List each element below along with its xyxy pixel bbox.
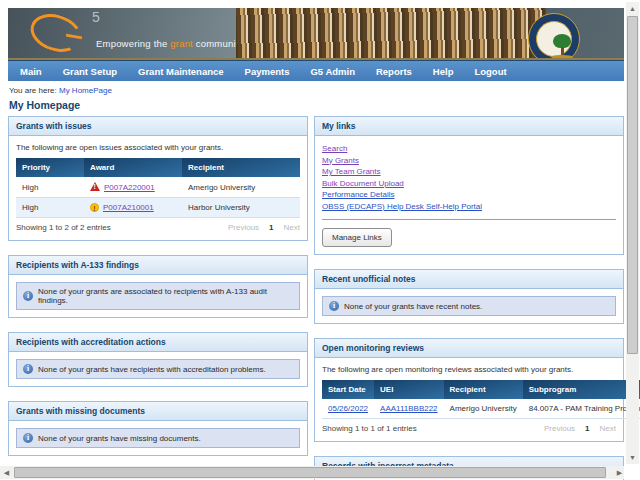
department-of-education-seal-icon bbox=[528, 13, 580, 60]
link-search[interactable]: Search bbox=[322, 143, 616, 155]
panel-my-links-body: Search My Grants My Team Grants Bulk Doc… bbox=[315, 136, 623, 254]
panel-a133-body: i None of your grants are associated to … bbox=[9, 275, 307, 317]
breadcrumb-home-link[interactable]: My HomePage bbox=[59, 86, 112, 95]
showing-entries-label: Showing 1 to 2 of 2 entries bbox=[16, 223, 111, 232]
start-date-cell: 05/26/2022 bbox=[322, 399, 374, 419]
nav-grant-maintenance[interactable]: Grant Maintenance bbox=[138, 66, 224, 77]
right-column: My links Search My Grants My Team Grants… bbox=[314, 116, 624, 480]
accreditation-message-text: None of your grants have recipients with… bbox=[38, 365, 266, 374]
link-obss-help-desk[interactable]: OBSS (EDCAPS) Help Desk Self-Help Portal bbox=[322, 201, 616, 213]
previous-button[interactable]: Previous bbox=[544, 424, 575, 433]
nav-g5-admin[interactable]: G5 Admin bbox=[310, 66, 355, 77]
main-content: Grants with issues The following are ope… bbox=[8, 116, 624, 480]
link-my-team-grants[interactable]: My Team Grants bbox=[322, 166, 616, 178]
page-title: My Homepage bbox=[9, 99, 80, 111]
award-cell: !P007A210001 bbox=[84, 198, 182, 218]
start-date-link[interactable]: 05/26/2022 bbox=[328, 404, 368, 413]
seal-tree-icon bbox=[553, 34, 571, 48]
nav-main[interactable]: Main bbox=[20, 66, 42, 77]
monitoring-reviews-table: Start Date UEI Recipient Subprogram 05/2… bbox=[322, 380, 640, 419]
link-my-grants[interactable]: My Grants bbox=[322, 155, 616, 167]
breadcrumb-prefix: You are here: bbox=[9, 86, 59, 95]
g5-logo-icon bbox=[26, 8, 87, 58]
vertical-scrollbar[interactable]: ▲ ▼ bbox=[626, 2, 639, 464]
browser-viewport: 5 Empowering the grant community. Main G… bbox=[0, 0, 640, 480]
nav-help[interactable]: Help bbox=[433, 66, 454, 77]
yellow-circle-warning-icon: ! bbox=[90, 203, 99, 212]
panel-a133-title: Recipients with A-133 findings bbox=[9, 256, 307, 275]
nav-payments[interactable]: Payments bbox=[245, 66, 290, 77]
scroll-up-icon[interactable]: ▲ bbox=[626, 2, 639, 15]
g5-logo-five: 5 bbox=[92, 9, 100, 25]
left-column: Grants with issues The following are ope… bbox=[8, 116, 308, 470]
next-button[interactable]: Next bbox=[284, 223, 300, 232]
accreditation-info-message: i None of your grants have recipients wi… bbox=[16, 359, 300, 379]
table-row: High !P007A220001 Amerigo University bbox=[16, 177, 300, 198]
page-number[interactable]: 1 bbox=[585, 424, 589, 433]
panel-a133-findings: Recipients with A-133 findings i None of… bbox=[8, 255, 308, 318]
horizontal-scrollbar-thumb[interactable] bbox=[14, 467, 606, 478]
grants-issues-description: The following are open issues associated… bbox=[16, 143, 300, 152]
panel-my-links-title: My links bbox=[315, 117, 623, 136]
recipient-cell: Amerigo University bbox=[444, 399, 523, 419]
uei-link[interactable]: AAA111BBB222 bbox=[380, 404, 438, 413]
link-bulk-document-upload[interactable]: Bulk Document Upload bbox=[322, 178, 616, 190]
table-row: 05/26/2022 AAA111BBB222 Amerigo Universi… bbox=[322, 399, 640, 419]
library-photo bbox=[236, 8, 546, 60]
manage-links-button[interactable]: Manage Links bbox=[322, 228, 392, 247]
scroll-down-icon[interactable]: ▼ bbox=[626, 451, 639, 464]
monitoring-description: The following are open monitoring review… bbox=[322, 365, 616, 374]
horizontal-scrollbar[interactable]: ◀ ▶ bbox=[0, 466, 624, 479]
previous-button[interactable]: Previous bbox=[228, 223, 259, 232]
scroll-right-icon[interactable]: ▶ bbox=[613, 466, 626, 479]
vertical-scrollbar-thumb[interactable] bbox=[627, 16, 638, 354]
panel-unofficial-notes-body: i None of your grants have recent notes. bbox=[315, 289, 623, 323]
panel-monitoring-reviews: Open monitoring reviews The following ar… bbox=[314, 338, 624, 442]
info-icon: i bbox=[329, 301, 339, 311]
nav-logout[interactable]: Logout bbox=[474, 66, 506, 77]
seal-base bbox=[551, 55, 573, 59]
col-recipient: Recipient bbox=[182, 158, 300, 177]
panel-monitoring-reviews-body: The following are open monitoring review… bbox=[315, 358, 623, 441]
scroll-left-icon[interactable]: ◀ bbox=[0, 466, 13, 479]
tagline-highlight: grant bbox=[170, 38, 193, 49]
grants-issues-table: Priority Award Recipient High !P007A2200… bbox=[16, 158, 300, 218]
panel-missing-documents-body: i None of your grants have missing docum… bbox=[9, 421, 307, 455]
col-start-date: Start Date bbox=[322, 380, 374, 399]
panel-accreditation-actions: Recipients with accreditation actions i … bbox=[8, 332, 308, 387]
panel-grants-with-issues-body: The following are open issues associated… bbox=[9, 136, 307, 240]
main-navbar: Main Grant Setup Grant Maintenance Payme… bbox=[8, 60, 624, 81]
award-link[interactable]: P007A220001 bbox=[104, 183, 155, 192]
col-priority: Priority bbox=[16, 158, 84, 177]
a133-info-message: i None of your grants are associated to … bbox=[16, 282, 300, 310]
bookshelf-swoosh bbox=[236, 8, 546, 60]
award-link[interactable]: P007A210001 bbox=[103, 203, 154, 212]
nav-reports[interactable]: Reports bbox=[376, 66, 412, 77]
notes-info-message: i None of your grants have recent notes. bbox=[322, 296, 616, 316]
panel-my-links: My links Search My Grants My Team Grants… bbox=[314, 116, 624, 255]
site-banner: 5 Empowering the grant community. bbox=[8, 8, 624, 60]
link-performance-details[interactable]: Performance Details bbox=[322, 189, 616, 201]
page-number[interactable]: 1 bbox=[269, 223, 273, 232]
missing-documents-message-text: None of your grants have missing documen… bbox=[38, 434, 201, 443]
panel-unofficial-notes: Recent unofficial notes i None of your g… bbox=[314, 269, 624, 324]
panel-unofficial-notes-title: Recent unofficial notes bbox=[315, 270, 623, 289]
table-footer: Showing 1 to 2 of 2 entries Previous 1 N… bbox=[16, 218, 300, 233]
col-uei: UEI bbox=[374, 380, 444, 399]
col-award: Award bbox=[84, 158, 182, 177]
table-footer: Showing 1 to 1 of 1 entries Previous 1 N… bbox=[322, 419, 616, 434]
award-cell: !P007A220001 bbox=[84, 177, 182, 198]
pagination: Previous 1 Next bbox=[544, 424, 616, 433]
tagline: Empowering the grant community. bbox=[96, 38, 246, 49]
col-recipient: Recipient bbox=[444, 380, 523, 399]
table-header-row: Priority Award Recipient bbox=[16, 158, 300, 177]
panel-accreditation-title: Recipients with accreditation actions bbox=[9, 333, 307, 352]
seal-tree-trunk bbox=[561, 47, 564, 55]
nav-grant-setup[interactable]: Grant Setup bbox=[63, 66, 117, 77]
next-button[interactable]: Next bbox=[600, 424, 616, 433]
info-icon: i bbox=[23, 364, 33, 374]
breadcrumb: You are here: My HomePage bbox=[9, 86, 112, 95]
panel-grants-with-issues: Grants with issues The following are ope… bbox=[8, 116, 308, 241]
info-icon: i bbox=[23, 433, 33, 443]
panel-missing-documents: Grants with missing documents i None of … bbox=[8, 401, 308, 456]
